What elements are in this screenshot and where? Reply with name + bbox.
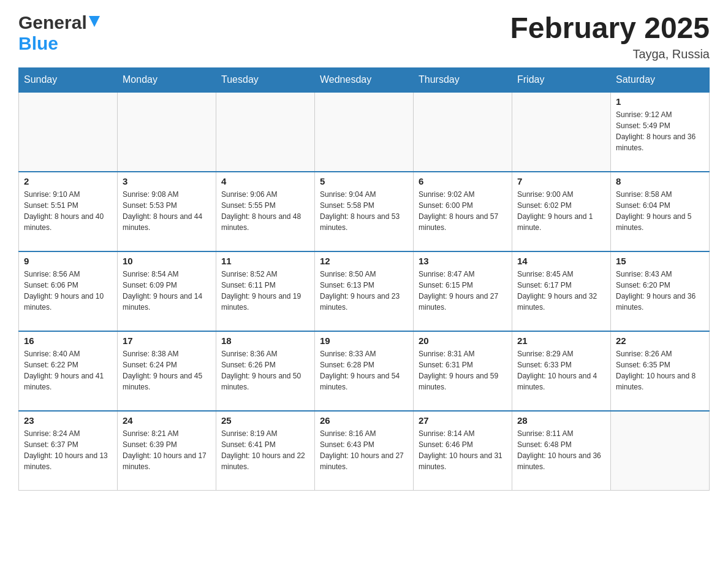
day-info: Sunrise: 8:24 AMSunset: 6:37 PMDaylight:… (24, 428, 112, 472)
day-info: Sunrise: 8:36 AMSunset: 6:26 PMDaylight:… (221, 348, 309, 393)
day-number: 10 (123, 256, 211, 266)
calendar-header-friday: Friday (512, 67, 611, 92)
calendar-cell: 24Sunrise: 8:21 AMSunset: 6:39 PMDayligh… (118, 411, 216, 491)
calendar-cell (118, 92, 216, 172)
calendar-cell: 14Sunrise: 8:45 AMSunset: 6:17 PMDayligh… (512, 251, 611, 331)
calendar-header-wednesday: Wednesday (315, 67, 414, 92)
day-number: 12 (320, 256, 408, 266)
day-info: Sunrise: 8:40 AMSunset: 6:22 PMDaylight:… (24, 348, 112, 393)
calendar-table: SundayMondayTuesdayWednesdayThursdayFrid… (18, 67, 710, 491)
day-number: 22 (616, 335, 704, 346)
calendar-cell: 17Sunrise: 8:38 AMSunset: 6:24 PMDayligh… (118, 331, 216, 411)
calendar-cell: 13Sunrise: 8:47 AMSunset: 6:15 PMDayligh… (414, 251, 512, 331)
day-number: 20 (419, 335, 507, 346)
day-number: 13 (419, 256, 507, 266)
day-number: 26 (320, 415, 408, 426)
calendar-cell: 16Sunrise: 8:40 AMSunset: 6:22 PMDayligh… (19, 331, 118, 411)
calendar-cell: 27Sunrise: 8:14 AMSunset: 6:46 PMDayligh… (414, 411, 512, 491)
calendar-cell: 3Sunrise: 9:08 AMSunset: 5:53 PMDaylight… (118, 172, 216, 251)
logo-triangle-icon (89, 16, 100, 29)
day-info: Sunrise: 8:33 AMSunset: 6:28 PMDaylight:… (320, 348, 408, 393)
day-info: Sunrise: 9:04 AMSunset: 5:58 PMDaylight:… (320, 189, 408, 233)
day-info: Sunrise: 9:02 AMSunset: 6:00 PMDaylight:… (419, 189, 507, 233)
day-info: Sunrise: 9:06 AMSunset: 5:55 PMDaylight:… (221, 189, 309, 233)
day-number: 5 (320, 176, 408, 186)
day-number: 9 (24, 256, 112, 266)
calendar-cell: 26Sunrise: 8:16 AMSunset: 6:43 PMDayligh… (315, 411, 414, 491)
calendar-cell: 15Sunrise: 8:43 AMSunset: 6:20 PMDayligh… (611, 251, 710, 331)
day-number: 25 (221, 415, 309, 426)
day-info: Sunrise: 8:43 AMSunset: 6:20 PMDaylight:… (616, 269, 704, 313)
calendar-cell: 6Sunrise: 9:02 AMSunset: 6:00 PMDaylight… (414, 172, 512, 251)
calendar-cell: 10Sunrise: 8:54 AMSunset: 6:09 PMDayligh… (118, 251, 216, 331)
day-number: 17 (123, 335, 211, 346)
calendar-cell: 5Sunrise: 9:04 AMSunset: 5:58 PMDaylight… (315, 172, 414, 251)
day-number: 18 (221, 335, 309, 346)
calendar-cell (216, 92, 315, 172)
calendar-week-row: 9Sunrise: 8:56 AMSunset: 6:06 PMDaylight… (19, 251, 710, 331)
location: Tayga, Russia (510, 47, 710, 61)
day-number: 8 (616, 176, 704, 186)
svg-marker-0 (89, 16, 100, 27)
calendar-header-saturday: Saturday (611, 67, 710, 92)
day-number: 3 (123, 176, 211, 186)
calendar-week-row: 23Sunrise: 8:24 AMSunset: 6:37 PMDayligh… (19, 411, 710, 491)
day-info: Sunrise: 9:00 AMSunset: 6:02 PMDaylight:… (517, 189, 605, 233)
calendar-cell: 11Sunrise: 8:52 AMSunset: 6:11 PMDayligh… (216, 251, 315, 331)
calendar-cell: 22Sunrise: 8:26 AMSunset: 6:35 PMDayligh… (611, 331, 710, 411)
day-number: 7 (517, 176, 605, 186)
calendar-cell (512, 92, 611, 172)
calendar-cell (315, 92, 414, 172)
calendar-cell: 1Sunrise: 9:12 AMSunset: 5:49 PMDaylight… (611, 92, 710, 172)
calendar-cell: 12Sunrise: 8:50 AMSunset: 6:13 PMDayligh… (315, 251, 414, 331)
day-number: 6 (419, 176, 507, 186)
day-info: Sunrise: 8:45 AMSunset: 6:17 PMDaylight:… (517, 269, 605, 313)
title-block: February 2025 Tayga, Russia (510, 12, 710, 61)
day-info: Sunrise: 8:14 AMSunset: 6:46 PMDaylight:… (419, 428, 507, 472)
calendar-header-sunday: Sunday (19, 67, 118, 92)
calendar-week-row: 1Sunrise: 9:12 AMSunset: 5:49 PMDaylight… (19, 92, 710, 172)
calendar-header-row: SundayMondayTuesdayWednesdayThursdayFrid… (19, 67, 710, 92)
calendar-header-monday: Monday (118, 67, 216, 92)
month-title: February 2025 (510, 12, 710, 45)
day-number: 27 (419, 415, 507, 426)
logo-blue: Blue (18, 33, 58, 53)
calendar-cell: 28Sunrise: 8:11 AMSunset: 6:48 PMDayligh… (512, 411, 611, 491)
calendar-header-thursday: Thursday (414, 67, 512, 92)
day-number: 2 (24, 176, 112, 186)
calendar-cell: 20Sunrise: 8:31 AMSunset: 6:31 PMDayligh… (414, 331, 512, 411)
day-number: 15 (616, 256, 704, 266)
day-info: Sunrise: 9:10 AMSunset: 5:51 PMDaylight:… (24, 189, 112, 233)
day-info: Sunrise: 8:16 AMSunset: 6:43 PMDaylight:… (320, 428, 408, 472)
day-number: 16 (24, 335, 112, 346)
calendar-cell (611, 411, 710, 491)
day-info: Sunrise: 8:52 AMSunset: 6:11 PMDaylight:… (221, 269, 309, 313)
calendar-cell: 21Sunrise: 8:29 AMSunset: 6:33 PMDayligh… (512, 331, 611, 411)
day-info: Sunrise: 8:54 AMSunset: 6:09 PMDaylight:… (123, 269, 211, 313)
calendar-cell: 9Sunrise: 8:56 AMSunset: 6:06 PMDaylight… (19, 251, 118, 331)
day-number: 23 (24, 415, 112, 426)
day-info: Sunrise: 8:47 AMSunset: 6:15 PMDaylight:… (419, 269, 507, 313)
day-number: 11 (221, 256, 309, 266)
day-info: Sunrise: 8:21 AMSunset: 6:39 PMDaylight:… (123, 428, 211, 472)
day-info: Sunrise: 8:11 AMSunset: 6:48 PMDaylight:… (517, 428, 605, 472)
calendar-cell: 4Sunrise: 9:06 AMSunset: 5:55 PMDaylight… (216, 172, 315, 251)
logo: General Blue (18, 12, 100, 54)
day-number: 21 (517, 335, 605, 346)
calendar-cell: 7Sunrise: 9:00 AMSunset: 6:02 PMDaylight… (512, 172, 611, 251)
day-info: Sunrise: 8:26 AMSunset: 6:35 PMDaylight:… (616, 348, 704, 393)
calendar-week-row: 2Sunrise: 9:10 AMSunset: 5:51 PMDaylight… (19, 172, 710, 251)
day-info: Sunrise: 8:29 AMSunset: 6:33 PMDaylight:… (517, 348, 605, 393)
day-number: 14 (517, 256, 605, 266)
day-info: Sunrise: 8:19 AMSunset: 6:41 PMDaylight:… (221, 428, 309, 472)
calendar-week-row: 16Sunrise: 8:40 AMSunset: 6:22 PMDayligh… (19, 331, 710, 411)
calendar-cell (19, 92, 118, 172)
calendar-header-tuesday: Tuesday (216, 67, 315, 92)
calendar-cell: 23Sunrise: 8:24 AMSunset: 6:37 PMDayligh… (19, 411, 118, 491)
logo-general: General (18, 12, 87, 33)
day-number: 1 (616, 96, 704, 107)
day-info: Sunrise: 8:38 AMSunset: 6:24 PMDaylight:… (123, 348, 211, 393)
day-info: Sunrise: 8:58 AMSunset: 6:04 PMDaylight:… (616, 189, 704, 233)
day-number: 4 (221, 176, 309, 186)
calendar-cell: 19Sunrise: 8:33 AMSunset: 6:28 PMDayligh… (315, 331, 414, 411)
